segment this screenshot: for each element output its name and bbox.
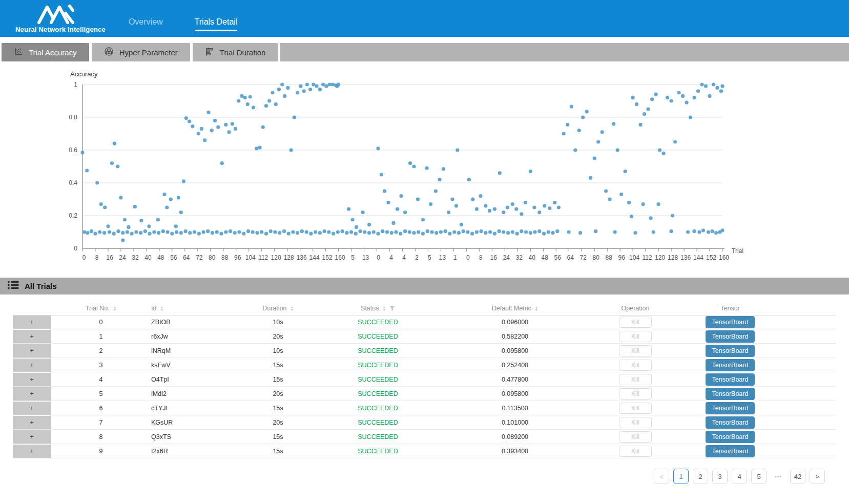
scatter-point[interactable] [681,94,685,98]
scatter-point[interactable] [455,148,459,152]
scatter-point[interactable] [121,238,125,242]
scatter-point[interactable] [634,231,637,235]
scatter-point[interactable] [567,230,571,234]
scatter-point[interactable] [649,216,653,220]
scatter-point[interactable] [147,224,151,228]
scatter-point[interactable] [484,231,487,235]
scatter-point[interactable] [80,151,84,154]
scatter-point[interactable] [133,205,137,208]
scatter-point[interactable] [211,231,214,235]
page-button-42[interactable]: 42 [790,469,805,484]
scatter-point[interactable] [202,230,205,234]
scatter-point[interactable] [184,229,188,233]
scatter-point[interactable] [452,230,456,234]
scatter-point[interactable] [314,230,317,234]
scatter-point[interactable] [612,122,615,125]
sort-icon[interactable]: ▲▼ [535,306,538,311]
tensorboard-button[interactable]: TensorBoard [706,373,755,386]
scatter-point[interactable] [577,129,581,132]
tensorboard-button[interactable]: TensorBoard [706,402,755,414]
kill-button[interactable]: Kill [619,345,652,356]
scatter-point[interactable] [351,218,355,221]
tensorboard-button[interactable]: TensorBoard [706,359,755,371]
scatter-point[interactable] [243,96,247,99]
scatter-point[interactable] [93,232,97,236]
scatter-point[interactable] [692,96,696,99]
scatter-point[interactable] [291,230,295,234]
scatter-point[interactable] [578,231,582,235]
scatter-point[interactable] [312,82,315,86]
scatter-point[interactable] [720,228,724,232]
scatter-point[interactable] [696,89,700,93]
expand-row-button[interactable]: + [13,316,51,329]
scatter-point[interactable] [677,91,681,94]
tensorboard-button[interactable]: TensorBoard [706,330,755,343]
scatter-point[interactable] [594,229,597,233]
scatter-point[interactable] [524,230,528,234]
scatter-point[interactable] [457,231,461,235]
scatter-point[interactable] [90,229,93,233]
scatter-point[interactable] [421,232,425,236]
scatter-point[interactable] [585,110,589,113]
scatter-point[interactable] [130,232,134,236]
tensorboard-button[interactable]: TensorBoard [706,431,755,443]
scatter-point[interactable] [529,170,532,173]
scatter-point[interactable] [99,202,103,206]
kill-button[interactable]: Kill [619,417,652,428]
scatter-point[interactable] [635,102,638,106]
scatter-point[interactable] [408,230,411,234]
scatter-point[interactable] [630,215,633,218]
scatter-point[interactable] [391,221,395,225]
scatter-point[interactable] [177,196,180,199]
scatter-point[interactable] [116,229,120,233]
scatter-point[interactable] [555,229,559,233]
prev-page-button[interactable]: < [654,469,669,484]
scatter-point[interactable] [264,104,268,108]
scatter-point[interactable] [616,148,619,152]
scatter-point[interactable] [557,205,561,209]
scatter-point[interactable] [399,194,403,198]
scatter-point[interactable] [328,82,332,86]
scatter-point[interactable] [252,106,255,109]
scatter-point[interactable] [95,181,99,184]
scatter-point[interactable] [460,223,463,226]
scatter-point[interactable] [434,189,438,193]
scatter-point[interactable] [367,231,371,235]
scatter-point[interactable] [363,230,366,234]
kill-button[interactable]: Kill [619,360,652,371]
scatter-point[interactable] [471,197,474,201]
scatter-point[interactable] [347,207,350,211]
scatter-point[interactable] [548,206,551,210]
scatter-point[interactable] [416,197,420,201]
scatter-point[interactable] [641,202,645,206]
scatter-point[interactable] [403,211,407,214]
scatter-point[interactable] [532,205,536,209]
sort-icon[interactable]: ▲▼ [160,306,163,311]
subtab-trial-accuracy[interactable]: Trial Accuracy [2,43,89,61]
tensorboard-button[interactable]: TensorBoard [706,345,755,357]
scatter-point[interactable] [380,173,383,176]
scatter-point[interactable] [220,161,224,165]
scatter-point[interactable] [237,99,240,102]
scatter-point[interactable] [604,189,608,193]
scatter-point[interactable] [305,82,309,86]
scatter-point[interactable] [337,82,340,86]
page-button-5[interactable]: 5 [751,469,767,484]
scatter-point[interactable] [624,170,627,173]
scatter-point[interactable] [551,231,554,235]
scatter-point[interactable] [103,205,107,209]
scatter-point[interactable] [234,127,237,131]
scatter-point[interactable] [434,231,438,235]
kill-button[interactable]: Kill [619,431,652,443]
scatter-point[interactable] [475,207,479,211]
scatter-point[interactable] [408,161,412,165]
scatter-point[interactable] [493,232,496,236]
scatter-point[interactable] [213,119,217,122]
scatter-point[interactable] [412,231,416,235]
scatter-point[interactable] [537,229,541,233]
scatter-point[interactable] [403,229,407,233]
scatter-point[interactable] [318,231,322,235]
scatter-point[interactable] [354,232,358,236]
scatter-point[interactable] [372,230,376,234]
scatter-point[interactable] [349,230,353,234]
